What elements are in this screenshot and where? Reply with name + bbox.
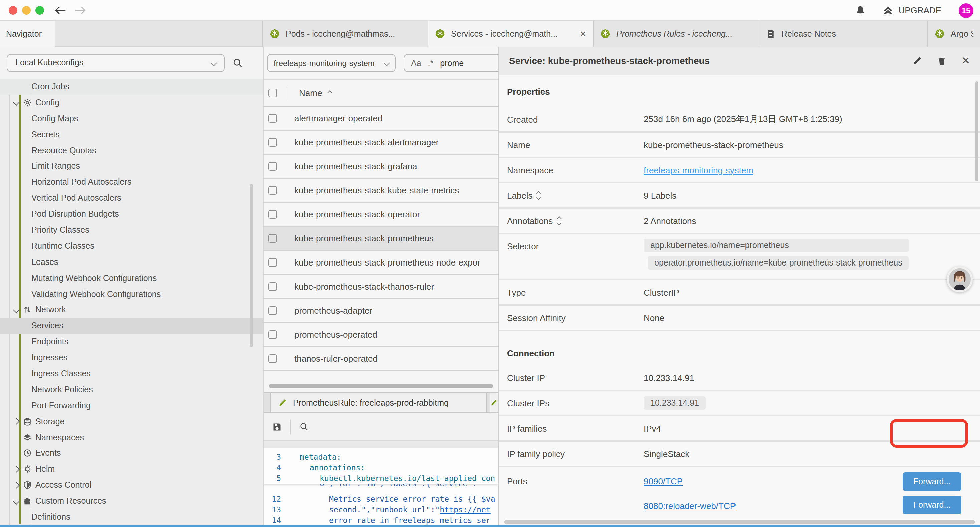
sort-ascending-icon[interactable] — [328, 91, 332, 96]
table-row[interactable]: kube-prometheus-stack-prometheus-node-ex… — [264, 251, 498, 275]
row-checkbox[interactable] — [268, 234, 277, 243]
row-checkbox[interactable] — [268, 330, 277, 339]
editor-tab-partial[interactable] — [490, 393, 498, 412]
sidebar-item-limit-ranges[interactable]: Limit Ranges — [0, 158, 263, 174]
notification-badge[interactable]: 15 — [959, 3, 973, 18]
forward-button-8080[interactable]: Forward... — [903, 496, 961, 514]
sidebar-item-helm[interactable]: Helm — [0, 461, 263, 477]
table-row[interactable]: prometheus-operated — [264, 323, 498, 347]
traffic-light-maximize[interactable] — [35, 6, 44, 15]
sidebar-item-port-forwarding[interactable]: Port Forwarding — [0, 398, 263, 414]
sidebar-item-validating-webhook-configurations[interactable]: Validating Webhook Configurations — [0, 286, 263, 302]
tab-prometheus-rules[interactable]: Prometheus Rules - icecheng... — [593, 21, 759, 47]
row-checkbox[interactable] — [268, 258, 277, 267]
match-case-icon[interactable]: Aa — [411, 58, 421, 68]
tab-services[interactable]: Services - icecheng@math... ✕ — [428, 21, 593, 47]
search-icon[interactable] — [299, 422, 308, 431]
sidebar-item-resource-quotas[interactable]: Resource Quotas — [0, 142, 263, 158]
sidebar-item-config-maps[interactable]: Config Maps — [0, 111, 263, 127]
sidebar-item-events[interactable]: Events — [0, 445, 263, 461]
sidebar-item-ingresses[interactable]: Ingresses — [0, 350, 263, 366]
sidebar-item-config[interactable]: Config — [0, 95, 263, 111]
sidebar-item-namespaces[interactable]: Namespaces — [0, 429, 263, 445]
table-row[interactable]: prometheus-adapter — [264, 299, 498, 323]
row-checkbox[interactable] — [268, 162, 277, 171]
forward-arrow-icon[interactable] — [75, 5, 86, 15]
avatar[interactable] — [947, 266, 973, 292]
sidebar-item-definitions[interactable]: Definitions — [0, 509, 263, 525]
namespace-filter-select[interactable]: freeleaps-monitoring-system — [267, 54, 396, 72]
traffic-light-minimize[interactable] — [22, 6, 31, 15]
close-icon[interactable]: ✕ — [580, 29, 586, 38]
table-row[interactable]: kube-prometheus-stack-thanos-ruler — [264, 275, 498, 299]
sidebar-item-storage[interactable]: Storage — [0, 413, 263, 429]
sidebar-item-horizontal-pod-autoscalers[interactable]: Horizontal Pod Autoscalers — [0, 174, 263, 191]
sidebar-item-network[interactable]: Network — [0, 302, 263, 318]
port-link-9090[interactable]: 9090/TCP — [644, 476, 736, 486]
tab-release-notes[interactable]: Release Notes — [759, 21, 927, 47]
kubeconfig-selector[interactable]: Local Kubeconfigs — [7, 54, 225, 72]
sidebar-scrollbar[interactable] — [250, 184, 253, 347]
sidebar-item-vertical-pod-autoscalers[interactable]: Vertical Pod Autoscalers — [0, 190, 263, 206]
tab-argo[interactable]: Argo Se — [927, 21, 980, 47]
close-icon[interactable]: ✕ — [962, 55, 970, 67]
selector-chip[interactable]: app.kubernetes.io/name=prometheus — [644, 239, 909, 252]
sidebar-item-services[interactable]: Services — [0, 318, 263, 334]
sidebar-item-network-policies[interactable]: Network Policies — [0, 382, 263, 398]
cluster-ips-chip[interactable]: 10.233.14.91 — [644, 396, 706, 409]
forward-button-9090[interactable]: Forward... — [903, 472, 961, 491]
table-row[interactable]: thanos-ruler-operated — [264, 347, 498, 371]
row-checkbox[interactable] — [268, 282, 277, 291]
selector-chip[interactable]: operator.prometheus.io/name=kube-prometh… — [648, 256, 909, 269]
code-link[interactable]: https://net — [440, 505, 490, 514]
sidebar-item-mutating-webhook-configurations[interactable]: Mutating Webhook Configurations — [0, 270, 263, 286]
editor-tab-prometheusrule[interactable]: PrometheusRule: freeleaps-prod-rabbitmq — [270, 393, 487, 412]
namespace-link[interactable]: freeleaps-monitoring-system — [644, 165, 753, 175]
horizontal-scrollbar[interactable] — [269, 384, 493, 388]
select-all-checkbox[interactable] — [268, 89, 277, 97]
bell-icon[interactable] — [855, 5, 865, 15]
back-arrow-icon[interactable] — [55, 5, 66, 15]
sidebar-item-access-control[interactable]: Access Control — [0, 477, 263, 493]
sidebar-item-secrets[interactable]: Secrets — [0, 126, 263, 142]
row-checkbox[interactable] — [268, 210, 277, 219]
annotations-value[interactable]: 2 Annotations — [644, 216, 697, 226]
save-icon[interactable] — [272, 422, 282, 431]
table-row[interactable]: kube-prometheus-stack-kube-state-metrics — [264, 179, 498, 203]
tab-navigator[interactable]: Navigator — [0, 21, 55, 47]
sidebar-item-ingress-classes[interactable]: Ingress Classes — [0, 366, 263, 382]
table-row[interactable]: alertmanager-operated — [264, 107, 498, 131]
sidebar-item-priority-classes[interactable]: Priority Classes — [0, 222, 263, 238]
table-row[interactable]: kube-prometheus-stack-alertmanager — [264, 131, 498, 155]
row-checkbox[interactable] — [268, 186, 277, 195]
row-checkbox[interactable] — [268, 354, 277, 363]
sidebar-item-endpoints[interactable]: Endpoints — [0, 334, 263, 350]
traffic-light-close[interactable] — [9, 6, 18, 15]
yaml-editor[interactable]: 3metadata: 4annotations: 5kubectl.kubern… — [264, 447, 498, 525]
pencil-icon[interactable] — [913, 56, 922, 65]
row-checkbox[interactable] — [268, 138, 277, 147]
search-icon[interactable] — [233, 58, 243, 68]
sidebar-item-leases[interactable]: Leases — [0, 254, 263, 270]
name-column-header[interactable]: Name — [299, 88, 322, 98]
details-scrollbar[interactable] — [975, 81, 978, 182]
table-row-selected[interactable]: kube-prometheus-stack-prometheus — [264, 227, 498, 251]
row-checkbox[interactable] — [268, 306, 277, 315]
port-link-8080[interactable]: 8080:reloader-web/TCP — [644, 501, 736, 511]
upgrade-button[interactable]: UPGRADE — [882, 5, 941, 16]
list-search-input[interactable]: Aa .* prome — [404, 54, 498, 72]
table-row[interactable]: kube-prometheus-stack-grafana — [264, 155, 498, 179]
sidebar-item-pod-disruption-budgets[interactable]: Pod Disruption Budgets — [0, 206, 263, 222]
labels-value[interactable]: 9 Labels — [644, 191, 676, 201]
sort-toggle-icon[interactable] — [538, 192, 540, 199]
row-checkbox[interactable] — [268, 114, 277, 123]
regex-icon[interactable]: .* — [428, 58, 434, 68]
sort-toggle-icon[interactable] — [557, 217, 560, 224]
details-horizontal-scrollbar[interactable] — [504, 520, 975, 524]
tab-pods[interactable]: Pods - icecheng@mathmas... — [262, 21, 428, 47]
trash-icon[interactable] — [938, 56, 946, 66]
sidebar-item-runtime-classes[interactable]: Runtime Classes — [0, 238, 263, 254]
sidebar-item-custom-resources[interactable]: Custom Resources — [0, 493, 263, 509]
sidebar-item-cron-jobs[interactable]: Cron Jobs — [0, 79, 263, 95]
table-row[interactable]: kube-prometheus-stack-operator — [264, 203, 498, 227]
